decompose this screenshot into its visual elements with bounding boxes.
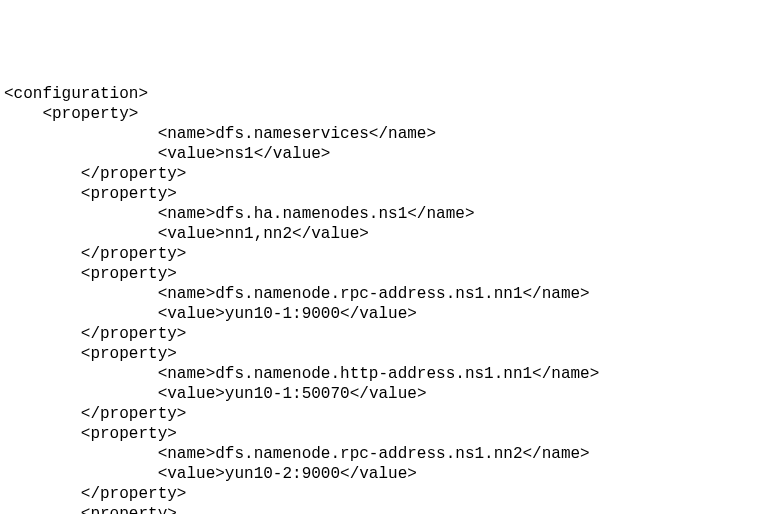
- prop-value: yun10-1:9000: [225, 305, 340, 323]
- value-open: <value>: [158, 225, 225, 243]
- value-open: <value>: [158, 385, 225, 403]
- indent: [4, 105, 42, 123]
- indent: [4, 345, 81, 363]
- indent: [4, 185, 81, 203]
- indent: [4, 205, 158, 223]
- indent: [4, 325, 81, 343]
- value-close: </value>: [340, 305, 417, 323]
- property-open: <property>: [81, 265, 177, 283]
- name-open: <name>: [158, 205, 216, 223]
- config-open: <configuration>: [4, 85, 148, 103]
- property-open: <property>: [81, 425, 177, 443]
- name-open: <name>: [158, 285, 216, 303]
- prop-value: ns1: [225, 145, 254, 163]
- indent: [4, 445, 158, 463]
- name-close: </name>: [407, 205, 474, 223]
- prop-name: dfs.namenode.http-address.ns1.nn1: [215, 365, 532, 383]
- indent: [4, 245, 81, 263]
- property-open: <property>: [81, 345, 177, 363]
- indent: [4, 125, 158, 143]
- indent: [4, 505, 81, 514]
- property-open: <property>: [81, 185, 177, 203]
- property-open: <property>: [42, 105, 138, 123]
- prop-value: yun10-2:9000: [225, 465, 340, 483]
- indent: [4, 265, 81, 283]
- value-open: <value>: [158, 465, 225, 483]
- property-close: </property>: [81, 165, 187, 183]
- property-open: <property>: [81, 505, 177, 514]
- xml-code-block: <configuration> <property> <name>dfs.nam…: [4, 84, 775, 514]
- indent: [4, 225, 158, 243]
- property-close: </property>: [81, 485, 187, 503]
- prop-name: dfs.ha.namenodes.ns1: [215, 205, 407, 223]
- name-close: </name>: [369, 125, 436, 143]
- indent: [4, 365, 158, 383]
- indent: [4, 385, 158, 403]
- name-open: <name>: [158, 365, 216, 383]
- name-close: </name>: [522, 285, 589, 303]
- value-open: <value>: [158, 145, 225, 163]
- prop-name: dfs.nameservices: [215, 125, 369, 143]
- indent: [4, 425, 81, 443]
- indent: [4, 165, 81, 183]
- indent: [4, 465, 158, 483]
- prop-name: dfs.namenode.rpc-address.ns1.nn1: [215, 285, 522, 303]
- value-close: </value>: [340, 465, 417, 483]
- value-open: <value>: [158, 305, 225, 323]
- indent: [4, 285, 158, 303]
- name-open: <name>: [158, 125, 216, 143]
- value-close: </value>: [350, 385, 427, 403]
- property-close: </property>: [81, 405, 187, 423]
- indent: [4, 405, 81, 423]
- indent: [4, 305, 158, 323]
- name-open: <name>: [158, 445, 216, 463]
- property-close: </property>: [81, 325, 187, 343]
- prop-value: yun10-1:50070: [225, 385, 350, 403]
- prop-name: dfs.namenode.rpc-address.ns1.nn2: [215, 445, 522, 463]
- indent: [4, 145, 158, 163]
- name-close: </name>: [522, 445, 589, 463]
- name-close: </name>: [532, 365, 599, 383]
- value-close: </value>: [292, 225, 369, 243]
- property-close: </property>: [81, 245, 187, 263]
- prop-value: nn1,nn2: [225, 225, 292, 243]
- indent: [4, 485, 81, 503]
- value-close: </value>: [254, 145, 331, 163]
